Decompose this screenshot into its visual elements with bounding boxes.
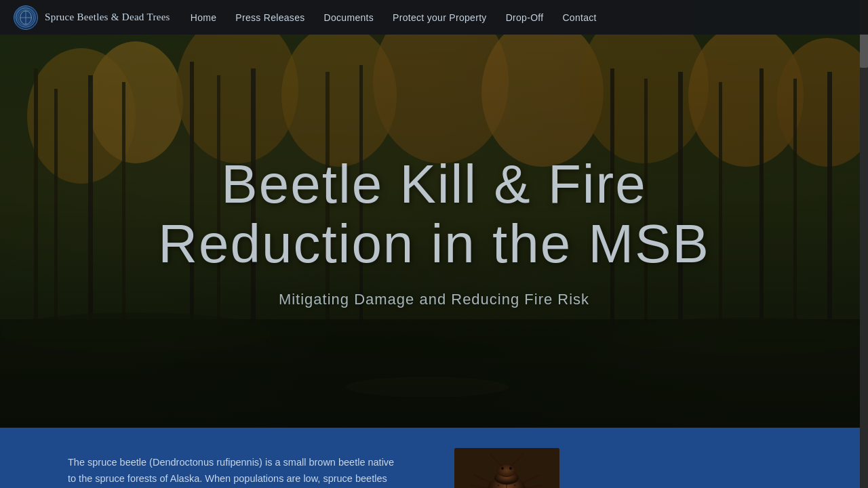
nav-links: Home Press Releases Documents Protect yo… — [191, 12, 597, 23]
hero-content: Beetle Kill & Fire Reduction in the MSB … — [0, 35, 868, 428]
svg-point-47 — [498, 485, 500, 487]
beetle-description: The spruce beetle (Dendroctonus rufipenn… — [68, 455, 400, 488]
nav-home[interactable]: Home — [191, 12, 217, 23]
nav-drop-off[interactable]: Drop-Off — [506, 12, 544, 23]
hero-subtitle: Mitigating Damage and Reducing Fire Risk — [279, 291, 589, 308]
nav-logo[interactable]: Spruce Beetles & Dead Trees — [14, 5, 170, 30]
svg-point-54 — [497, 464, 516, 477]
navbar: Spruce Beetles & Dead Trees Home Press R… — [0, 0, 868, 35]
hero-section: Beetle Kill & Fire Reduction in the MSB … — [0, 35, 868, 428]
hero-title-line2: Reduction in the MSB — [158, 214, 710, 274]
svg-point-56 — [509, 467, 512, 470]
svg-point-55 — [501, 467, 504, 470]
nav-protect-property[interactable]: Protect your Property — [393, 12, 487, 23]
nav-documents[interactable]: Documents — [324, 12, 374, 23]
bottom-info-section: The spruce beetle (Dendroctonus rufipenn… — [0, 428, 868, 488]
nav-site-title: Spruce Beetles & Dead Trees — [45, 12, 170, 23]
nav-contact[interactable]: Contact — [562, 12, 596, 23]
beetle-photo — [454, 448, 559, 488]
nav-press-releases[interactable]: Press Releases — [235, 12, 304, 23]
hero-title-line1: Beetle Kill & Fire — [221, 154, 646, 214]
svg-point-50 — [514, 485, 516, 487]
beetle-image-container — [454, 448, 559, 488]
hero-title: Beetle Kill & Fire Reduction in the MSB — [158, 155, 710, 274]
site-logo-icon — [14, 5, 38, 30]
